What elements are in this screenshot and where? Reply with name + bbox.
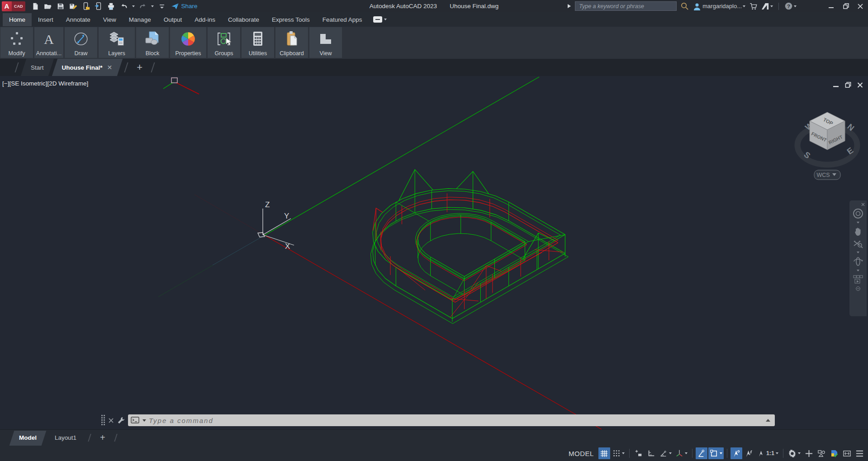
model-space-canvas[interactable]: Z Y X [−] [SE Isometric] [2D Wireframe] [0, 76, 868, 429]
ribbon-panel-layers[interactable]: Layers [99, 27, 135, 58]
wcs-menu-button[interactable]: WCS [814, 170, 840, 180]
search-input[interactable] [575, 1, 677, 11]
annotation-autoscale-button[interactable] [743, 447, 755, 459]
redo-dropdown[interactable] [150, 1, 155, 11]
cart-button[interactable] [749, 2, 758, 10]
annotation-monitor-button[interactable] [803, 447, 815, 459]
ribbon-tab-home[interactable]: Home [3, 13, 32, 26]
restore-window-button[interactable] [841, 1, 851, 11]
open-file-button[interactable] [43, 1, 53, 11]
viewport-minimize-control[interactable]: [−] [2, 80, 9, 87]
command-close-button[interactable] [108, 418, 114, 423]
ribbon-tab-collaborate[interactable]: Collaborate [222, 13, 266, 26]
command-history-expand[interactable] [766, 419, 770, 422]
workspace-switching-button[interactable] [787, 447, 802, 459]
new-layout-button[interactable]: + [94, 430, 112, 446]
object-snap-button[interactable] [708, 447, 724, 459]
ortho-mode-button[interactable] [645, 447, 657, 459]
layout1-tab[interactable]: Layout1 [46, 430, 85, 446]
ribbon-panel-block[interactable]: Block [136, 27, 169, 58]
isometric-drafting-button[interactable] [674, 447, 689, 459]
zoom-icon [853, 238, 863, 249]
model-tab[interactable]: Model [10, 430, 46, 446]
viewcube[interactable]: W N S E TOP FRONT RIGHT WCS [794, 106, 867, 190]
save-button[interactable] [55, 1, 66, 11]
showmotion-button[interactable] [849, 274, 867, 285]
ribbon-display-toggle[interactable] [373, 16, 387, 23]
file-tab-start[interactable]: Start [22, 59, 53, 76]
ribbon-tab-output[interactable]: Output [157, 13, 189, 26]
share-button[interactable]: Share [171, 3, 198, 10]
ribbon-panel-utilities[interactable]: Utilities [242, 27, 274, 58]
new-file-button[interactable] [30, 1, 41, 11]
ribbon-panel-modify[interactable]: Modify [0, 27, 33, 58]
ribbon-panel-annotation[interactable]: A Annotati... [34, 27, 63, 58]
redo-button[interactable] [138, 1, 148, 11]
clean-screen-button[interactable] [841, 447, 853, 459]
model-space-button[interactable]: MODEL [569, 450, 594, 457]
viewport-visual-style-control[interactable]: [2D Wireframe] [47, 80, 88, 87]
annotation-scale-button[interactable]: 1:1 [756, 447, 780, 459]
undo-dropdown[interactable] [131, 1, 136, 11]
recent-commands-dropdown[interactable] [142, 419, 146, 422]
app-menu-button[interactable]: A CAD [2, 1, 25, 11]
search-expand-icon[interactable] [567, 4, 571, 9]
isolate-objects-button[interactable] [816, 447, 827, 459]
qat-customize-button[interactable] [157, 1, 167, 11]
snap-mode-button[interactable] [611, 447, 626, 459]
new-drawing-button[interactable]: + [131, 59, 148, 76]
infer-constraints-button[interactable] [633, 447, 645, 459]
orbit-dropdown[interactable] [849, 267, 867, 274]
command-bar[interactable] [128, 414, 775, 426]
full-navigation-wheel-button[interactable] [849, 208, 867, 219]
ribbon-panel-draw[interactable]: Draw [65, 27, 97, 58]
orbit-button[interactable] [849, 256, 867, 267]
save-to-web-mobile-button[interactable] [81, 1, 91, 11]
command-prompt-icon[interactable] [131, 417, 140, 424]
ribbon-tab-insert[interactable]: Insert [32, 13, 60, 26]
grid-display-button[interactable] [598, 447, 610, 459]
ribbon-panel-properties[interactable]: Properties [170, 27, 206, 58]
autodesk-app-button[interactable] [761, 3, 773, 10]
help-button[interactable]: ? [784, 2, 797, 10]
polar-tracking-button[interactable] [658, 447, 673, 459]
object-snap-tracking-button[interactable] [696, 447, 707, 459]
ribbon-panel-view[interactable]: View [309, 27, 342, 58]
close-tab-button[interactable]: ✕ [107, 64, 113, 71]
graphics-performance-button[interactable] [828, 447, 840, 459]
ribbon-panel-groups[interactable]: Groups [208, 27, 240, 58]
command-customize-wrench-icon[interactable] [117, 416, 125, 425]
command-input[interactable] [149, 417, 763, 424]
ribbon-tab-annotate[interactable]: Annotate [60, 13, 97, 26]
ribbon-tab-addins[interactable]: Add-ins [188, 13, 222, 26]
ribbon-tab-featured-apps[interactable]: Featured Apps [316, 13, 369, 26]
search-button[interactable] [680, 2, 689, 10]
navbar-close-button[interactable] [849, 201, 867, 208]
pan-button[interactable] [849, 226, 867, 238]
ribbon-panel-clipboard[interactable]: Clipboard [275, 27, 308, 58]
open-from-web-mobile-button[interactable] [93, 1, 104, 11]
navigation-bar[interactable] [849, 200, 867, 316]
annotation-visibility-button[interactable] [730, 447, 742, 459]
autocad-window: A CAD Share Autodesk AutoCAD 2023 Uhouse… [0, 0, 868, 461]
drawing-close-button[interactable] [857, 82, 863, 88]
plot-button[interactable] [106, 1, 117, 11]
command-dock-grip[interactable] [101, 415, 105, 426]
ribbon-tab-express-tools[interactable]: Express Tools [266, 13, 316, 26]
zoom-extents-button[interactable] [849, 238, 867, 249]
save-as-button[interactable] [68, 1, 79, 11]
drawing-minimize-button[interactable] [833, 82, 839, 88]
ribbon-tab-view[interactable]: View [97, 13, 123, 26]
minimize-window-button[interactable] [826, 1, 836, 11]
file-tab-uhouse-final[interactable]: Uhouse Final*✕ [53, 59, 122, 76]
close-window-button[interactable] [855, 1, 865, 11]
undo-button[interactable] [119, 1, 129, 11]
customization-menu-button[interactable] [854, 447, 865, 459]
viewport-view-control[interactable]: [SE Isometric] [9, 80, 47, 87]
account-button[interactable]: margaridaplo... [693, 2, 745, 10]
zoom-dropdown[interactable] [849, 249, 867, 256]
drawing-restore-button[interactable] [845, 82, 851, 88]
navbar-minimize-button[interactable] [849, 285, 867, 292]
wheel-dropdown[interactable] [849, 219, 867, 226]
ribbon-tab-manage[interactable]: Manage [123, 13, 157, 26]
